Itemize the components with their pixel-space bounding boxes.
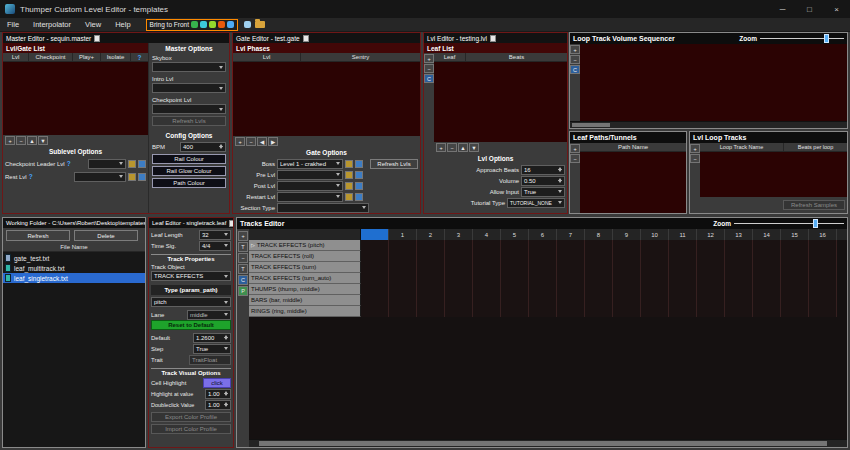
grid-column-header[interactable]: 1 xyxy=(389,229,417,240)
frog-icon[interactable] xyxy=(209,21,216,28)
gate-editor-titlebar[interactable]: Gate Editor - test.gate xyxy=(233,33,420,43)
grid-column-header[interactable]: 13 xyxy=(725,229,753,240)
grid-column-header[interactable]: 2 xyxy=(417,229,445,240)
file-row-selected[interactable]: leaf_singletrack.txt xyxy=(3,273,145,283)
refresh-lvls-button[interactable]: Refresh Lvls xyxy=(152,116,226,126)
zoom-slider[interactable] xyxy=(760,34,844,43)
track-row-cells[interactable] xyxy=(361,295,837,306)
bring-to-front-button[interactable]: Bring to Front xyxy=(146,19,238,31)
add-track-button[interactable]: + xyxy=(238,231,248,241)
step-dropdown[interactable]: True xyxy=(193,344,231,354)
paste-button[interactable]: P xyxy=(238,286,248,296)
move-down-button[interactable]: ▼ xyxy=(38,136,48,145)
lvl-editor-titlebar[interactable]: Lvl Editor - testing.lvl xyxy=(424,33,567,43)
leaf-list[interactable] xyxy=(434,62,567,142)
move-right-button[interactable]: ▶ xyxy=(268,137,278,146)
track-row-cells[interactable] xyxy=(361,273,837,284)
restart-lvl-dropdown[interactable] xyxy=(277,192,343,202)
open-mini-icon[interactable] xyxy=(138,160,146,168)
type-dropdown[interactable]: pitch xyxy=(151,297,231,307)
tracks-hscrollbar[interactable] xyxy=(249,439,847,447)
rest-lvl-dropdown[interactable] xyxy=(74,172,126,182)
fish-icon[interactable] xyxy=(191,21,198,28)
file-list[interactable]: gate_test.txt leaf_multitrack.txt leaf_s… xyxy=(3,252,145,447)
lvl-gate-list[interactable] xyxy=(3,62,148,135)
grid-column-header[interactable]: 3 xyxy=(445,229,473,240)
export-color-profile-button[interactable]: Export Color Profile xyxy=(151,412,231,422)
remove-button[interactable]: − xyxy=(690,154,700,163)
scrollbar-thumb[interactable] xyxy=(572,123,610,127)
open-mini-icon[interactable] xyxy=(355,171,363,179)
expand-arrow-icon[interactable]: ▷ xyxy=(251,242,255,248)
lvl-loop-tracks-titlebar[interactable]: Lvl Loop Tracks xyxy=(690,132,847,143)
track-row-name[interactable]: RINGS (ring, middle) xyxy=(249,306,361,317)
scrollbar-thumb[interactable] xyxy=(259,441,827,446)
menu-interpolator[interactable]: Interpolator xyxy=(26,20,78,29)
track-row-cells[interactable] xyxy=(361,306,837,317)
add-button[interactable]: + xyxy=(5,136,15,145)
tracks-editor-titlebar[interactable]: Tracks Editor Zoom xyxy=(237,218,847,229)
menu-view[interactable]: View xyxy=(78,20,108,29)
time-sig-dropdown[interactable]: 4/4 xyxy=(199,241,231,251)
pre-lvl-dropdown[interactable] xyxy=(277,170,343,180)
leaf-length-dropdown[interactable]: 32 xyxy=(199,230,231,240)
remove-button[interactable]: − xyxy=(16,136,26,145)
grid-column-header[interactable]: 14 xyxy=(753,229,781,240)
approach-beats-input[interactable]: 16 xyxy=(521,165,565,175)
folder-icon[interactable] xyxy=(255,21,265,28)
leaf-paths-titlebar[interactable]: Leaf Paths/Tunnels xyxy=(570,132,686,143)
lvl-phases-list[interactable] xyxy=(233,62,420,136)
grid-empty-area[interactable] xyxy=(249,317,847,439)
grid-column-header[interactable]: 15 xyxy=(781,229,809,240)
track-row-name[interactable]: BARS (bar, middle) xyxy=(249,295,361,306)
help-icon[interactable]: ? xyxy=(67,160,71,167)
open-mini-icon[interactable] xyxy=(355,182,363,190)
track-row-cells[interactable] xyxy=(361,284,837,295)
working-folder-titlebar[interactable]: Working Folder - C:\Users\Robert\Desktop… xyxy=(3,218,145,228)
grid-column-header[interactable]: 11 xyxy=(669,229,697,240)
remove-track-button[interactable]: − xyxy=(238,253,248,263)
move-down-button[interactable]: ▼ xyxy=(469,143,479,152)
refresh-mini-icon[interactable] xyxy=(345,193,353,201)
lane-dropdown[interactable]: middle xyxy=(187,310,231,320)
copy-button[interactable]: C xyxy=(570,65,580,74)
file-row[interactable]: gate_test.txt xyxy=(3,253,145,263)
add-button[interactable]: + xyxy=(235,137,245,146)
path-list[interactable] xyxy=(580,152,686,213)
copy-button[interactable]: C xyxy=(424,74,434,83)
refresh-mini-icon[interactable] xyxy=(128,173,136,181)
tropical-fish-icon[interactable] xyxy=(200,21,207,28)
grid-column-header[interactable]: 16 xyxy=(809,229,837,240)
open-mini-icon[interactable] xyxy=(138,173,146,181)
highlight-at-value-input[interactable]: 1.00 xyxy=(205,389,231,399)
track-row-cells[interactable] xyxy=(361,240,837,251)
grid-column-header[interactable]: 6 xyxy=(529,229,557,240)
crab-icon[interactable] xyxy=(218,21,225,28)
track-tool-button[interactable]: T xyxy=(238,264,248,274)
open-mini-icon[interactable] xyxy=(355,193,363,201)
zoom-slider-thumb[interactable] xyxy=(824,34,829,43)
remove-button[interactable]: − xyxy=(570,55,580,64)
move-up-button[interactable]: ▲ xyxy=(27,136,37,145)
rail-colour-button[interactable]: Rail Colour xyxy=(152,154,226,164)
track-tool-button[interactable]: T xyxy=(238,242,248,252)
grid-column-header[interactable]: 4 xyxy=(473,229,501,240)
refresh-mini-icon[interactable] xyxy=(345,171,353,179)
open-mini-icon[interactable] xyxy=(355,160,363,168)
cell-highlight-color-button[interactable]: click xyxy=(203,378,231,388)
rail-glow-colour-button[interactable]: Rail Glow Colour xyxy=(152,166,226,176)
track-row-name[interactable]: TRACK EFFECTS (roll) xyxy=(249,251,361,262)
close-button[interactable]: × xyxy=(823,0,850,18)
section-type-dropdown[interactable] xyxy=(277,203,369,213)
add-button[interactable]: + xyxy=(690,144,700,153)
maximize-button[interactable]: □ xyxy=(796,0,823,18)
help-icon[interactable]: ? xyxy=(29,173,33,180)
zoom-slider-thumb[interactable] xyxy=(813,219,818,228)
grid-column-header[interactable]: 7 xyxy=(557,229,585,240)
whale-icon[interactable] xyxy=(227,21,234,28)
grid-column-header[interactable]: 12 xyxy=(697,229,725,240)
refresh-button[interactable]: Refresh xyxy=(6,230,70,241)
grid-column-header[interactable]: 9 xyxy=(613,229,641,240)
doubleclick-value-input[interactable]: 1.00 xyxy=(205,400,231,410)
zoom-slider[interactable] xyxy=(734,219,844,228)
